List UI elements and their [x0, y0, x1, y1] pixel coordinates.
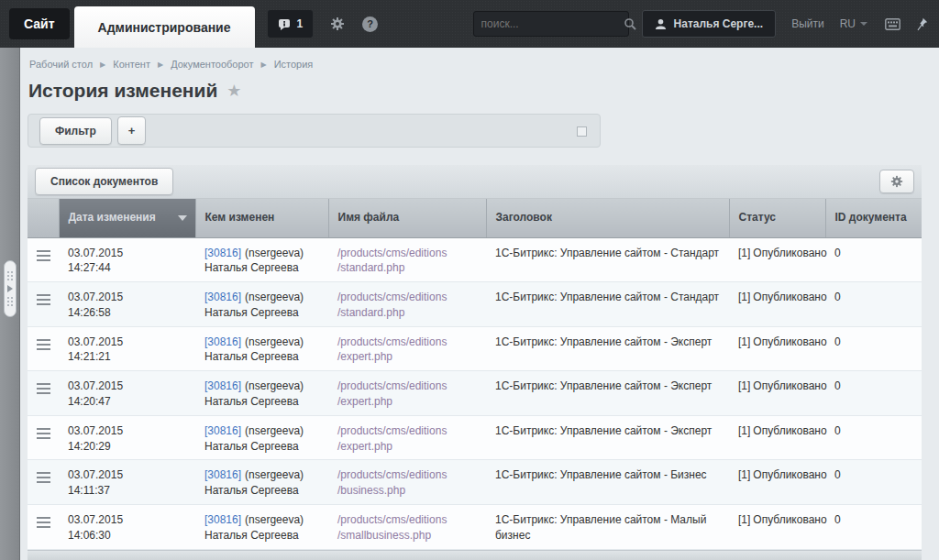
- column-title[interactable]: Заголовок: [486, 199, 729, 237]
- file-cell: /products/cms/editions /expert.php: [328, 371, 486, 416]
- row-menu-icon[interactable]: [37, 517, 50, 531]
- grid-footer: [28, 550, 922, 560]
- search-box[interactable]: [473, 11, 629, 37]
- user-fullname: Наталья Сергеева: [204, 260, 319, 276]
- file-path-link[interactable]: /products/cms/editions: [337, 424, 447, 437]
- tab-document-list[interactable]: Список документов: [35, 168, 173, 195]
- change-time: 14:11:37: [68, 483, 186, 499]
- status-text: Опубликовано: [753, 468, 826, 481]
- row-menu-cell: [28, 282, 59, 327]
- file-path-link[interactable]: /products/cms/editions: [337, 291, 447, 303]
- row-menu-icon[interactable]: [37, 472, 50, 486]
- file-name-link[interactable]: /standard.php: [337, 261, 404, 274]
- user-name: Наталья Серге...: [674, 17, 764, 30]
- help-button[interactable]: ?: [362, 16, 378, 32]
- user-id-link[interactable]: [30816]: [204, 424, 241, 437]
- user-menu-button[interactable]: Наталья Серге...: [642, 10, 777, 38]
- file-name-link[interactable]: /expert.php: [337, 350, 392, 363]
- row-menu-icon[interactable]: [37, 383, 50, 397]
- breadcrumb-workflow[interactable]: Документооборот: [171, 59, 253, 70]
- table-row: 03.07.2015 14:11:37 [30816](nsergeeva) Н…: [28, 460, 922, 505]
- file-name-link[interactable]: /expert.php: [337, 440, 392, 453]
- documents-grid: Список документов: [28, 165, 922, 560]
- date-cell: 03.07.2015 14:06:30: [59, 505, 195, 550]
- keyboard-icon: [885, 18, 900, 30]
- tab-administration[interactable]: Администрирование: [74, 6, 255, 48]
- date-cell: 03.07.2015 14:20:29: [59, 415, 195, 460]
- user-id-link[interactable]: [30816]: [204, 291, 241, 303]
- tab-site[interactable]: Сайт: [9, 8, 70, 39]
- filter-button[interactable]: Фильтр: [39, 117, 112, 145]
- status-cell: [1]Опубликовано: [729, 282, 825, 327]
- file-path-link[interactable]: /products/cms/editions: [337, 379, 447, 392]
- content-area: Рабочий стол ▶ Контент ▶ Документооборот…: [20, 48, 939, 560]
- grid-settings-button[interactable]: [879, 170, 914, 193]
- hotkeys-button[interactable]: [885, 18, 900, 30]
- main-area: Рабочий стол ▶ Контент ▶ Документооборот…: [0, 48, 939, 560]
- search-icon[interactable]: [624, 17, 636, 30]
- user-id-link[interactable]: [30816]: [204, 468, 241, 481]
- row-menu-icon[interactable]: [37, 294, 50, 308]
- file-name-link[interactable]: /smallbusiness.php: [337, 529, 431, 542]
- filter-settings-icon[interactable]: [577, 126, 587, 137]
- doc-id-cell: 0: [825, 326, 922, 371]
- file-path-link[interactable]: /products/cms/editions: [337, 247, 447, 259]
- breadcrumb-arrow-icon: ▶: [100, 60, 105, 69]
- settings-gear-button[interactable]: [330, 16, 345, 31]
- row-menu-cell: [28, 326, 59, 371]
- column-doc-id[interactable]: ID документа: [825, 199, 922, 237]
- add-filter-button[interactable]: +: [117, 116, 147, 145]
- breadcrumb-content[interactable]: Контент: [113, 59, 150, 70]
- chevron-down-icon: [860, 22, 867, 26]
- user-fullname: Наталья Сергеева: [204, 349, 319, 365]
- logout-link[interactable]: Выйти: [791, 17, 824, 30]
- status-id: [1]: [738, 513, 750, 526]
- change-time: 14:21:21: [68, 349, 186, 365]
- user-id-link[interactable]: [30816]: [204, 379, 241, 392]
- user-cell: [30816](nsergeeva) Наталья Сергеева: [195, 282, 328, 327]
- notification-icon: [278, 18, 291, 30]
- file-name-link[interactable]: /business.php: [337, 484, 405, 497]
- pin-panel-button[interactable]: [914, 17, 928, 31]
- row-menu-icon[interactable]: [37, 250, 50, 264]
- column-changed-by[interactable]: Кем изменен: [195, 199, 328, 237]
- document-title-cell: 1С-Битрикс: Управление сайтом - Стандарт: [486, 237, 729, 282]
- user-id-link[interactable]: [30816]: [204, 335, 241, 348]
- date-cell: 03.07.2015 14:21:21: [59, 326, 195, 371]
- change-date: 03.07.2015: [68, 423, 186, 439]
- column-status[interactable]: Статус: [729, 199, 825, 237]
- doc-id-cell: 0: [825, 371, 922, 416]
- row-menu-icon[interactable]: [37, 428, 50, 442]
- sidebar-expand-handle[interactable]: [4, 260, 17, 317]
- notifications-button[interactable]: 1: [268, 10, 314, 38]
- page-title: История изменений: [28, 80, 217, 102]
- user-cell: [30816](nsergeeva) Наталья Сергеева: [195, 326, 328, 371]
- user-cell: [30816](nsergeeva) Наталья Сергеева: [195, 460, 328, 505]
- file-path-link[interactable]: /products/cms/editions: [337, 468, 447, 481]
- change-time: 14:06:30: [68, 528, 186, 544]
- user-fullname: Наталья Сергеева: [204, 305, 319, 321]
- breadcrumb-history[interactable]: История: [274, 59, 314, 70]
- user-fullname: Наталья Сергеева: [204, 394, 319, 410]
- status-id: [1]: [738, 468, 750, 481]
- document-title-cell: 1С-Битрикс: Управление сайтом - Эксперт: [486, 371, 729, 416]
- search-input[interactable]: [481, 17, 624, 30]
- user-login: (nsergeeva): [245, 513, 304, 526]
- favorite-star-icon[interactable]: ★: [226, 81, 241, 101]
- user-id-link[interactable]: [30816]: [204, 247, 241, 259]
- user-id-link[interactable]: [30816]: [204, 513, 241, 526]
- change-date: 03.07.2015: [68, 512, 186, 528]
- document-title-cell: 1С-Битрикс: Управление сайтом - Малый би…: [486, 505, 729, 550]
- column-date-sorted[interactable]: Дата изменения: [59, 199, 195, 237]
- row-menu-icon[interactable]: [37, 339, 50, 353]
- language-selector[interactable]: RU: [840, 17, 867, 30]
- doc-id-cell: 0: [825, 505, 922, 550]
- file-path-link[interactable]: /products/cms/editions: [337, 513, 447, 526]
- breadcrumb-desktop[interactable]: Рабочий стол: [29, 59, 93, 70]
- user-fullname: Наталья Сергеева: [204, 528, 319, 544]
- column-filename[interactable]: Имя файла: [328, 199, 486, 237]
- status-id: [1]: [738, 424, 750, 437]
- file-name-link[interactable]: /standard.php: [337, 306, 404, 319]
- file-name-link[interactable]: /expert.php: [337, 395, 392, 408]
- file-path-link[interactable]: /products/cms/editions: [337, 335, 447, 348]
